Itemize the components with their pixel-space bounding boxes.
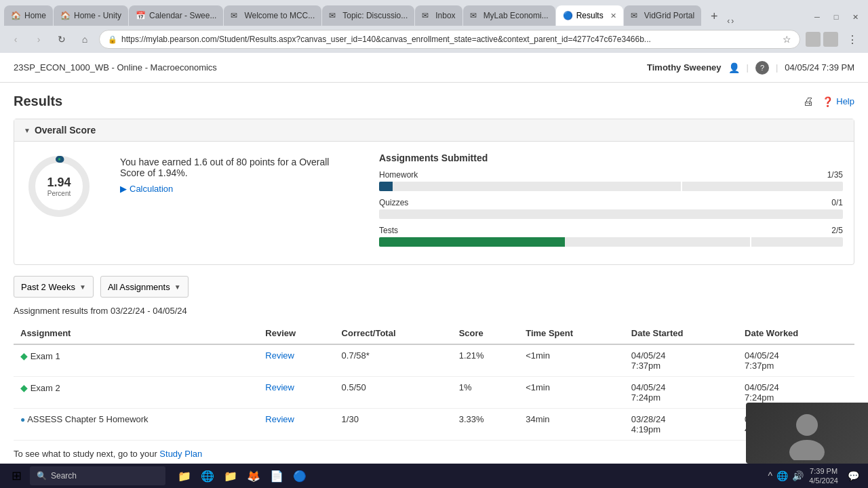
svg-point-3 [796, 414, 818, 436]
time-filter-label: Past 2 Weeks [21, 282, 75, 292]
start-button[interactable]: ⊞ [5, 466, 27, 485]
col-time-spent: Time Spent [519, 323, 625, 344]
tab-home-icon: 🏠 [11, 11, 20, 20]
windows-icon: ⊞ [12, 468, 22, 483]
address-field[interactable]: 🔒 https://mylab.pearson.com/Student/Resu… [99, 30, 800, 49]
tray-up-icon[interactable]: ^ [768, 470, 773, 481]
ext-icon-2[interactable] [823, 32, 838, 47]
bottom-note: To see what to study next, go to your St… [14, 449, 854, 459]
study-plan-link[interactable]: Study Plan [159, 449, 202, 459]
tab-calendar[interactable]: 📅 Calendar - Swee... [129, 5, 223, 26]
assignment-filter-label: All Assignments [108, 282, 170, 292]
tests-bar-track [379, 237, 843, 247]
browser-menu-button[interactable]: ⋮ [844, 33, 861, 46]
cell-assignment: ◆ Exam 2 [14, 377, 258, 409]
title-actions: 🖨 ❓ Help [803, 96, 854, 108]
taskbar-app-explorer[interactable]: 📁 [174, 466, 195, 485]
help-icon[interactable]: ? [755, 61, 769, 75]
chevron-down-icon: ▼ [24, 127, 31, 134]
homework-label: Homework [379, 170, 418, 180]
homework-bar-track [379, 182, 843, 191]
print-button[interactable]: 🖨 [803, 96, 814, 108]
quizzes-value: 0/1 [831, 198, 843, 207]
taskbar-app-files[interactable]: 📁 [220, 466, 241, 485]
tab-inbox[interactable]: ✉ Inbox [415, 5, 462, 26]
person-silhouette [780, 406, 834, 460]
cell-correct-total: 0.5/50 [335, 377, 452, 409]
cell-correct-total: 1/30 [335, 409, 452, 441]
notification-button[interactable]: 💬 [844, 466, 863, 485]
tab-vidgrid[interactable]: ✉ VidGrid Portal [624, 5, 701, 26]
tab-scroll-left[interactable]: ‹ [727, 16, 730, 26]
maximize-button[interactable]: □ [827, 11, 845, 23]
table-row: ● ASSESS Chapter 5 Homework Review 1/30 … [14, 409, 854, 441]
tab-home-label: Home [24, 11, 46, 20]
date-range-text: Assignment results from 03/22/24 - 04/05… [14, 306, 854, 316]
help-link[interactable]: ❓ Help [822, 96, 854, 107]
minimize-button[interactable]: ─ [808, 11, 826, 23]
course-title: 23SP_ECON_1000_WB - Online - Macroeconom… [14, 62, 217, 73]
diamond-icon: ◆ [20, 350, 28, 361]
window-controls: ─ □ ✕ [808, 11, 864, 26]
score-text-area: You have earned 1.6 out of 80 points for… [120, 152, 352, 253]
homework-bar-divider [681, 182, 682, 191]
quizzes-bar-track [379, 209, 843, 219]
taskbar-app-word[interactable]: 📄 [266, 466, 288, 485]
video-thumbnail[interactable] [746, 403, 868, 464]
taskbar-clock[interactable]: 7:39 PM 4/5/2024 [809, 466, 838, 486]
close-button[interactable]: ✕ [846, 11, 864, 23]
back-button[interactable]: ‹ [7, 30, 24, 48]
table-row: ◆ Exam 2 Review 0.5/50 1% <1min 04/05/24… [14, 377, 854, 409]
taskbar-app-teams[interactable]: 🔵 [289, 466, 311, 485]
taskbar-app-firefox[interactable]: 🦊 [243, 466, 264, 485]
tray-network-icon[interactable]: 🌐 [776, 470, 788, 481]
overall-score-header[interactable]: ▼ Overall Score [14, 119, 854, 142]
ext-icon-1[interactable] [806, 32, 821, 47]
taskbar-tray: ^ 🌐 🔊 [768, 470, 804, 481]
review-link[interactable]: Review [265, 350, 294, 361]
assignment-filter-dropdown[interactable]: All Assignments ▼ [100, 276, 189, 298]
tab-inbox-icon: ✉ [422, 11, 431, 20]
tab-home-unity-icon: 🏠 [60, 11, 70, 20]
new-tab-button[interactable]: + [705, 7, 724, 26]
time-filter-dropdown[interactable]: Past 2 Weeks ▼ [14, 276, 94, 298]
review-link[interactable]: Review [265, 382, 294, 392]
taskbar-search-text: Search [51, 471, 77, 481]
tests-bar-fill [379, 237, 565, 247]
tab-welcome[interactable]: ✉ Welcome to MCC... [224, 5, 321, 26]
donut-chart: 1.94 Percent [25, 152, 93, 220]
tests-value: 2/5 [831, 226, 843, 235]
user-icon: 👤 [728, 62, 740, 73]
home-nav-button[interactable]: ⌂ [76, 30, 94, 48]
tray-sound-icon[interactable]: 🔊 [792, 470, 804, 481]
reload-button[interactable]: ↻ [53, 30, 71, 48]
donut-label: Percent [47, 190, 71, 197]
tab-topic[interactable]: ✉ Topic: Discussio... [322, 5, 414, 26]
table-row: ◆ Exam 1 Review 0.7/58* 1.21% <1min 04/0… [14, 344, 854, 377]
cell-assignment: ● ASSESS Chapter 5 Homework [14, 409, 258, 441]
cell-date-started: 04/05/247:37pm [625, 344, 738, 377]
tab-results[interactable]: 🔵 Results ✕ [556, 5, 623, 26]
forward-button[interactable]: › [30, 30, 47, 48]
review-link[interactable]: Review [265, 414, 294, 424]
separator: | [747, 62, 749, 73]
calculation-link[interactable]: ▶ Calculation [120, 184, 352, 194]
time-filter-arrow-icon: ▼ [79, 283, 86, 291]
bookmark-icon[interactable]: ☆ [783, 34, 791, 45]
top-bar: 23SP_ECON_1000_WB - Online - Macroeconom… [0, 53, 868, 83]
clock-date: 4/5/2024 [809, 476, 838, 485]
tab-results-close[interactable]: ✕ [610, 12, 616, 20]
tab-mylab[interactable]: ✉ MyLab Economi... [463, 5, 555, 26]
tab-welcome-label: Welcome to MCC... [244, 11, 315, 20]
taskbar-apps: 📁 🌐 📁 🦊 📄 🔵 [174, 466, 311, 485]
tab-home-unity[interactable]: 🏠 Home - Unity [54, 5, 128, 26]
tab-scroll-right[interactable]: › [731, 16, 734, 26]
tab-home[interactable]: 🏠 Home [4, 5, 53, 26]
top-right: Timothy Sweeney 👤 | ? | 04/05/24 7:39 PM [647, 61, 854, 75]
taskbar-app-browser[interactable]: 🌐 [197, 466, 218, 485]
homework-value: 1/35 [827, 170, 843, 180]
tests-bar-divider [750, 237, 751, 247]
taskbar-search-bar[interactable]: 🔍 Search [30, 466, 165, 485]
homework-label-row: Homework 1/35 [379, 170, 843, 180]
tab-bar: 🏠 Home 🏠 Home - Unity 📅 Calendar - Swee.… [0, 0, 868, 26]
